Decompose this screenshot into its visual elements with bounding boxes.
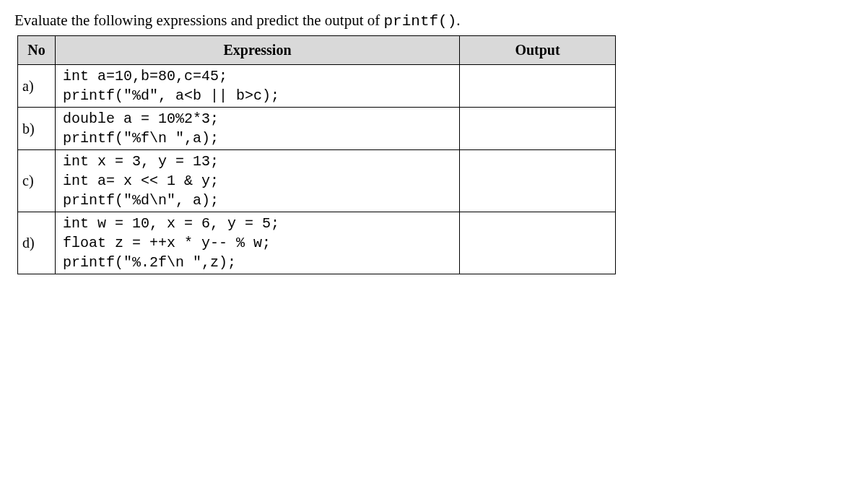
- row-output: [460, 150, 616, 212]
- question-prompt: Evaluate the following expressions and p…: [14, 12, 848, 30]
- header-expression: Expression: [56, 36, 460, 65]
- prompt-code: printf(): [383, 13, 456, 30]
- table-header-row: No Expression Output: [18, 36, 616, 65]
- row-output: [460, 65, 616, 108]
- row-output: [460, 212, 616, 274]
- expression-table: No Expression Output a) int a=10,b=80,c=…: [17, 35, 616, 274]
- code-block: int x = 3, y = 13; int a= x << 1 & y; pr…: [63, 152, 453, 210]
- table-row: d) int w = 10, x = 6, y = 5; float z = +…: [18, 212, 616, 274]
- row-no: a): [18, 65, 56, 108]
- header-output: Output: [460, 36, 616, 65]
- prompt-text-after: .: [456, 12, 460, 29]
- row-output: [460, 108, 616, 150]
- row-no: b): [18, 108, 56, 150]
- table-row: a) int a=10,b=80,c=45; printf("%d", a<b …: [18, 65, 616, 108]
- code-block: int a=10,b=80,c=45; printf("%d", a<b || …: [63, 66, 453, 105]
- row-expression: int x = 3, y = 13; int a= x << 1 & y; pr…: [56, 150, 460, 212]
- header-no: No: [18, 36, 56, 65]
- table-row: b) double a = 10%2*3; printf("%f\n ",a);: [18, 108, 616, 150]
- table-row: c) int x = 3, y = 13; int a= x << 1 & y;…: [18, 150, 616, 212]
- row-no: d): [18, 212, 56, 274]
- row-expression: double a = 10%2*3; printf("%f\n ",a);: [56, 108, 460, 150]
- row-expression: int a=10,b=80,c=45; printf("%d", a<b || …: [56, 65, 460, 108]
- prompt-text-before: Evaluate the following expressions and p…: [14, 12, 383, 29]
- code-block: int w = 10, x = 6, y = 5; float z = ++x …: [63, 214, 453, 272]
- row-expression: int w = 10, x = 6, y = 5; float z = ++x …: [56, 212, 460, 274]
- code-block: double a = 10%2*3; printf("%f\n ",a);: [63, 109, 453, 148]
- row-no: c): [18, 150, 56, 212]
